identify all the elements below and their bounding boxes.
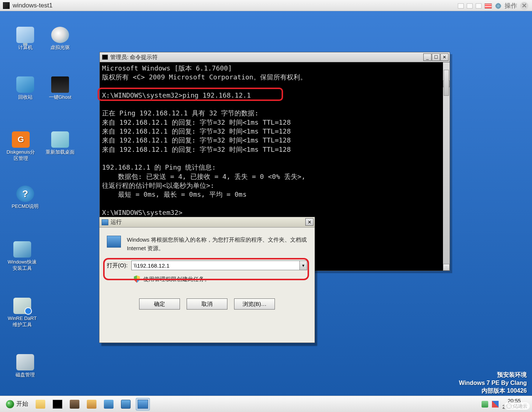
desktop-icon-image — [51, 131, 69, 148]
close-button[interactable]: ✕ — [440, 53, 449, 61]
open-input[interactable] — [132, 261, 299, 270]
panel-icon — [121, 400, 131, 409]
taskbar-panel[interactable] — [119, 398, 133, 411]
desktop-icon-label: WinRE DaRT维护工具 — [7, 315, 38, 328]
run-icon — [102, 219, 108, 225]
taskbar-net[interactable] — [102, 398, 116, 411]
brand-text: 亿速云 — [513, 403, 528, 409]
brand-watermark: 亿速云 — [504, 402, 530, 410]
vm-title: windows-test1 — [13, 2, 53, 9]
watermark-line1: 预安装环境 — [459, 371, 527, 379]
desktop-icon-image — [13, 241, 31, 258]
desktop-icon-5[interactable]: 重新加载桌面 — [45, 131, 76, 156]
run-titlebar[interactable]: 运行 ✕ — [99, 217, 315, 228]
run-dialog: 运行 ✕ Windows 将根据您所输入的名称，为您打开相应的程序、文件夹、文档… — [99, 217, 315, 343]
run-icon — [138, 400, 148, 409]
guest-desktop: 计算机虚拟光驱回收站一键GhostDiskgenuis分区管理重新加载桌面PEC… — [0, 11, 532, 412]
run-title: 运行 — [111, 219, 122, 226]
tray-safely-remove-icon[interactable] — [482, 401, 488, 408]
start-orb-icon — [6, 400, 14, 408]
desktop-icon-image — [12, 131, 30, 148]
desktop-icon-6[interactable]: PECMD说明 — [10, 186, 41, 210]
desktop-icon-0[interactable]: 计算机 — [10, 27, 41, 51]
desktop-icon-label: 虚拟光驱 — [45, 45, 76, 51]
lang-flag-icon[interactable] — [485, 3, 492, 9]
cmd-prompt-line: X:\WINDOWS\system32>ping 192.168.12.1 — [102, 91, 251, 99]
vm-action-label[interactable]: 操作 — [505, 1, 517, 10]
taskbar: 开始 20:55 2020-5-27 — [0, 396, 532, 412]
minimize-button[interactable]: _ — [423, 53, 431, 61]
start-label: 开始 — [16, 400, 28, 408]
desktop-icon-image — [16, 186, 34, 202]
scroll-down-icon[interactable]: ▼ — [443, 264, 450, 271]
desktop-icon-image — [16, 27, 34, 43]
desktop-icon-image — [16, 354, 34, 370]
taskbar-run-active[interactable] — [136, 398, 150, 411]
desktop-icon-label: 一键Ghost — [45, 94, 76, 101]
folder-icon — [36, 400, 45, 409]
vm-controls: 操作 ✕ — [458, 1, 528, 10]
vm-btn-2[interactable] — [467, 3, 473, 9]
desktop-icon-label: PECMD说明 — [10, 203, 41, 210]
network-icon — [104, 400, 114, 409]
open-label: 打开(O): — [107, 262, 128, 269]
taskbar-brush[interactable] — [85, 398, 99, 411]
close-icon[interactable]: ✕ — [520, 2, 528, 10]
desktop-icon-image — [51, 76, 69, 93]
brand-icon — [506, 403, 512, 409]
vm-btn-1[interactable] — [458, 3, 464, 9]
dropdown-icon[interactable]: ▼ — [299, 261, 307, 270]
vm-titlebar: windows-test1 操作 ✕ — [0, 0, 532, 11]
os-watermark: 预安装环境 Windows 7 PE By Clang 内部版本 100426 — [459, 371, 527, 395]
desktop-icon-1[interactable]: 虚拟光驱 — [45, 27, 76, 51]
desktop-icon-4[interactable]: Diskgenuis分区管理 — [5, 131, 36, 162]
browse-button[interactable]: 浏览(B)… — [234, 298, 275, 310]
brush-icon — [87, 400, 96, 409]
desktop-icon-image — [16, 76, 34, 93]
cmd-scrollbar[interactable]: ▲ ▼ — [443, 62, 450, 271]
taskbar-chip[interactable] — [68, 398, 82, 411]
scroll-thumb[interactable] — [444, 70, 449, 96]
desktop-icon-label: 磁盘管理 — [10, 372, 41, 378]
shield-icon — [134, 275, 140, 283]
cmd-title: 管理员: 命令提示符 — [110, 54, 158, 61]
desktop-icon-label: 重新加载桌面 — [45, 149, 76, 156]
vm-icon — [3, 2, 10, 9]
desktop-icon-label: Windows快速安装工具 — [7, 259, 38, 272]
desktop-icon-9[interactable]: 磁盘管理 — [10, 354, 41, 378]
desktop-icon-label: Diskgenuis分区管理 — [5, 149, 36, 162]
maximize-button[interactable]: ☐ — [432, 53, 440, 61]
cmd-text-after: 正在 Ping 192.168.12.1 具有 32 字节的数据: 来自 192… — [102, 109, 305, 216]
desktop-icon-label: 计算机 — [10, 45, 41, 51]
cmd-icon — [53, 400, 62, 409]
desktop-icon-3[interactable]: 一键Ghost — [45, 76, 76, 101]
run-close-button[interactable]: ✕ — [305, 218, 313, 226]
run-description: Windows 将根据您所输入的名称，为您打开相应的程序、文件夹、文档或 Int… — [127, 236, 307, 252]
start-button[interactable]: 开始 — [2, 399, 32, 410]
desktop-icon-label: 回收站 — [10, 94, 41, 101]
cmd-titlebar[interactable]: 管理员: 命令提示符 _ ☐ ✕ — [99, 52, 450, 62]
desktop-icon-image — [13, 298, 31, 314]
chip-icon — [70, 400, 79, 409]
admin-text: 使用管理权限创建此任务。 — [143, 276, 210, 283]
ok-button[interactable]: 确定 — [139, 298, 180, 310]
desktop-icon-image — [51, 27, 69, 43]
desktop-icon-7[interactable]: Windows快速安装工具 — [7, 241, 38, 272]
open-combobox[interactable]: ▼ — [131, 261, 307, 270]
tray-display-icon[interactable] — [492, 401, 499, 408]
gear-icon[interactable] — [495, 3, 502, 9]
desktop-icon-8[interactable]: WinRE DaRT维护工具 — [7, 298, 38, 328]
cmd-icon — [102, 55, 108, 60]
cancel-button[interactable]: 取消 — [187, 298, 227, 310]
watermark-line3: 内部版本 100426 — [459, 387, 527, 395]
vm-btn-3[interactable] — [476, 3, 482, 9]
taskbar-cmd[interactable] — [50, 398, 65, 411]
run-big-icon — [107, 236, 121, 248]
cmd-text-before: Microsoft Windows [版本 6.1.7600] 版权所有 <C>… — [102, 64, 307, 81]
taskbar-explorer[interactable] — [33, 398, 47, 411]
desktop-icon-2[interactable]: 回收站 — [10, 76, 41, 101]
watermark-line2: Windows 7 PE By Clang — [459, 379, 527, 387]
